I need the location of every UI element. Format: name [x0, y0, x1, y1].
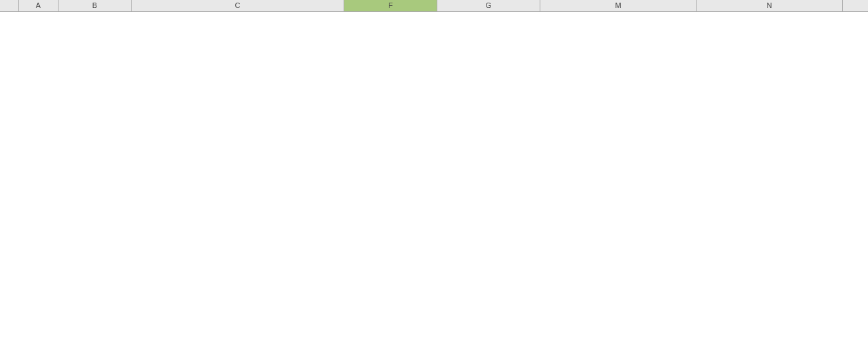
col-header-A[interactable]: A [19, 0, 58, 11]
col-header-B[interactable]: B [58, 0, 132, 11]
col-header-G[interactable]: G [437, 0, 540, 11]
col-header-M[interactable]: M [540, 0, 697, 11]
col-header-C[interactable]: C [132, 0, 344, 11]
col-header-N[interactable]: N [697, 0, 843, 11]
col-header-F[interactable]: F [344, 0, 437, 11]
column-header-row: A B C F G M N [0, 0, 868, 12]
